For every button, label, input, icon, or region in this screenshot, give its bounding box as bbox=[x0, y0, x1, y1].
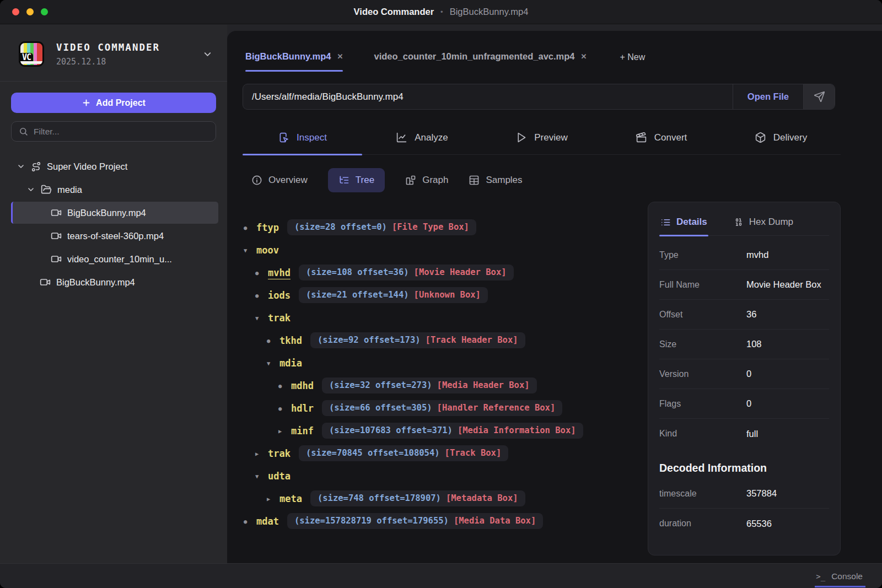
file-path-input[interactable]: /Users/alf/media/BigBuckBunny.mp4 bbox=[243, 84, 733, 109]
window-title-app: Video Commander bbox=[354, 7, 434, 17]
minimize-window-button[interactable] bbox=[26, 8, 34, 15]
tree-marker-icon[interactable]: ● bbox=[244, 518, 256, 525]
tree-marker-icon[interactable]: ▶ bbox=[255, 450, 268, 457]
open-file-button[interactable]: Open File bbox=[733, 84, 803, 109]
new-tab-button[interactable]: + New bbox=[620, 51, 645, 62]
tree-row[interactable]: ● mdat (size=157828719 offset=179655)[Me… bbox=[244, 510, 648, 532]
file-row[interactable]: BigBuckBunny.mp4 bbox=[0, 201, 227, 224]
file-row[interactable]: BigBuckBunny.mp4 bbox=[0, 271, 227, 294]
tab-preview[interactable]: Preview bbox=[482, 121, 601, 154]
tab-analyze[interactable]: Analyze bbox=[362, 121, 482, 154]
tree-row[interactable]: ● ftyp (size=28 offset=0)[File Type Box] bbox=[244, 216, 648, 239]
detail-value: Movie Header Box bbox=[746, 279, 821, 290]
detail-key: Type bbox=[659, 250, 746, 260]
project-tree: Super Video Project media bbox=[0, 155, 227, 294]
box-name[interactable]: mdhd bbox=[291, 380, 314, 391]
project-row[interactable]: Super Video Project bbox=[0, 155, 227, 178]
video-camera-icon bbox=[51, 253, 62, 265]
tree-marker-icon[interactable]: ● bbox=[278, 405, 291, 412]
tree-row[interactable]: ● tkhd (size=92 offset=173)[Track Header… bbox=[244, 329, 648, 352]
chevron-down-icon[interactable] bbox=[17, 162, 25, 171]
tree-marker-icon[interactable]: ▼ bbox=[255, 315, 268, 321]
tree-row[interactable]: ● hdlr (size=66 offset=305)[Handler Refe… bbox=[244, 397, 648, 419]
detail-value: full bbox=[746, 429, 758, 439]
tree-marker-icon[interactable]: ● bbox=[255, 269, 268, 276]
chevron-down-icon[interactable] bbox=[26, 185, 35, 194]
status-bar: >_ Console bbox=[0, 563, 882, 588]
tab-samples[interactable]: Samples bbox=[469, 168, 522, 192]
add-project-label: Add Project bbox=[96, 98, 146, 108]
close-icon[interactable]: ✕ bbox=[337, 52, 343, 61]
submit-path-button[interactable] bbox=[803, 84, 835, 109]
box-name[interactable]: mdia bbox=[279, 358, 302, 369]
tree-marker-icon[interactable]: ● bbox=[267, 337, 279, 344]
tree-marker-icon[interactable]: ▼ bbox=[267, 360, 279, 366]
tree-marker-icon[interactable]: ▶ bbox=[278, 428, 291, 434]
tree-marker-icon[interactable]: ▼ bbox=[244, 247, 256, 253]
tree-row[interactable]: ▼ moov bbox=[244, 239, 648, 261]
add-project-button[interactable]: Add Project bbox=[11, 93, 216, 113]
tab-inspect[interactable]: Inspect bbox=[243, 121, 362, 154]
tree-row[interactable]: ▶ meta (size=748 offset=178907)[Metadata… bbox=[244, 487, 648, 510]
inspect-file-pointer-icon bbox=[278, 132, 289, 143]
detail-value: 108 bbox=[746, 339, 762, 349]
box-name[interactable]: iods bbox=[268, 290, 291, 301]
app-header[interactable]: VC VIDEO COMMANDER 2025.12.18 bbox=[0, 25, 227, 81]
box-badge: (size=70845 offset=108054)[Track Box] bbox=[299, 445, 508, 461]
tree-row[interactable]: ● mvhd (size=108 offset=36)[Movie Header… bbox=[244, 261, 648, 284]
tab-video-counter[interactable]: video_counter_10min_unfragmented_avc.mp4… bbox=[374, 51, 587, 79]
terminal-prompt-icon: >_ bbox=[816, 572, 825, 581]
blocks-icon bbox=[405, 175, 416, 186]
detail-row: Flags 0 bbox=[659, 389, 829, 419]
tree-marker-icon[interactable]: ▼ bbox=[255, 473, 268, 479]
box-name[interactable]: meta bbox=[279, 493, 302, 504]
tree-marker-icon[interactable]: ● bbox=[278, 382, 291, 389]
tree-marker-icon[interactable]: ● bbox=[255, 292, 268, 299]
tab-hex-dump[interactable]: Hex Dump bbox=[733, 213, 794, 235]
list-tree-icon bbox=[338, 175, 349, 186]
close-window-button[interactable] bbox=[12, 8, 19, 15]
tree-marker-icon[interactable]: ● bbox=[244, 224, 256, 231]
box-name[interactable]: minf bbox=[291, 425, 314, 436]
box-name[interactable]: tkhd bbox=[279, 335, 302, 346]
decoded-key: duration bbox=[659, 519, 746, 528]
box-name[interactable]: trak bbox=[268, 312, 291, 323]
decoded-value: 65536 bbox=[746, 519, 772, 529]
file-list: BigBuckBunny.mp4 tears-of-steel-360p.mp4 bbox=[0, 201, 227, 294]
file-row[interactable]: tears-of-steel-360p.mp4 bbox=[0, 224, 227, 247]
tree-row[interactable]: ▶ minf (size=107683 offset=371)[Media In… bbox=[244, 419, 648, 442]
box-name[interactable]: udta bbox=[268, 471, 291, 482]
console-button[interactable]: >_ Console bbox=[815, 571, 865, 587]
box-size-offset: (size=108 offset=36) bbox=[306, 267, 409, 277]
close-icon[interactable]: ✕ bbox=[581, 52, 587, 61]
box-name[interactable]: mdat bbox=[256, 516, 279, 527]
tab-convert[interactable]: Convert bbox=[601, 121, 721, 154]
folder-row[interactable]: media bbox=[0, 178, 227, 201]
box-name[interactable]: ftyp bbox=[256, 222, 279, 233]
project-label: Super Video Project bbox=[47, 161, 127, 172]
tab-tree[interactable]: Tree bbox=[328, 168, 385, 192]
file-row[interactable]: video_counter_10min_u... bbox=[0, 247, 227, 271]
tab-details[interactable]: Details bbox=[659, 213, 708, 235]
box-name[interactable]: moov bbox=[256, 245, 279, 256]
box-name[interactable]: hdlr bbox=[291, 403, 314, 414]
tree-row[interactable]: ▼ trak bbox=[244, 306, 648, 329]
tab-graph[interactable]: Graph bbox=[405, 168, 448, 192]
tab-overview[interactable]: Overview bbox=[251, 168, 308, 192]
tab-bigbuckbunny[interactable]: BigBuckBunny.mp4 ✕ bbox=[245, 51, 343, 79]
tree-row[interactable]: ▶ trak (size=70845 offset=108054)[Track … bbox=[244, 442, 648, 465]
filter-input[interactable] bbox=[34, 127, 208, 137]
info-icon bbox=[251, 175, 262, 186]
tree-marker-icon[interactable]: ▶ bbox=[267, 495, 279, 502]
tree-row[interactable]: ▼ mdia bbox=[244, 352, 648, 374]
tree-row[interactable]: ▼ udta bbox=[244, 465, 648, 487]
box-name[interactable]: mvhd bbox=[268, 267, 291, 278]
zoom-window-button[interactable] bbox=[41, 8, 48, 15]
chevron-down-icon[interactable] bbox=[202, 49, 213, 60]
tree-row[interactable]: ● mdhd (size=32 offset=273)[Media Header… bbox=[244, 374, 648, 397]
tree-row[interactable]: ● iods (size=21 offset=144)[Unknown Box] bbox=[244, 284, 648, 306]
tab-label: Analyze bbox=[415, 132, 448, 143]
tab-delivery[interactable]: Delivery bbox=[721, 121, 841, 154]
clapperboard-icon bbox=[636, 132, 647, 143]
box-name[interactable]: trak bbox=[268, 448, 291, 459]
